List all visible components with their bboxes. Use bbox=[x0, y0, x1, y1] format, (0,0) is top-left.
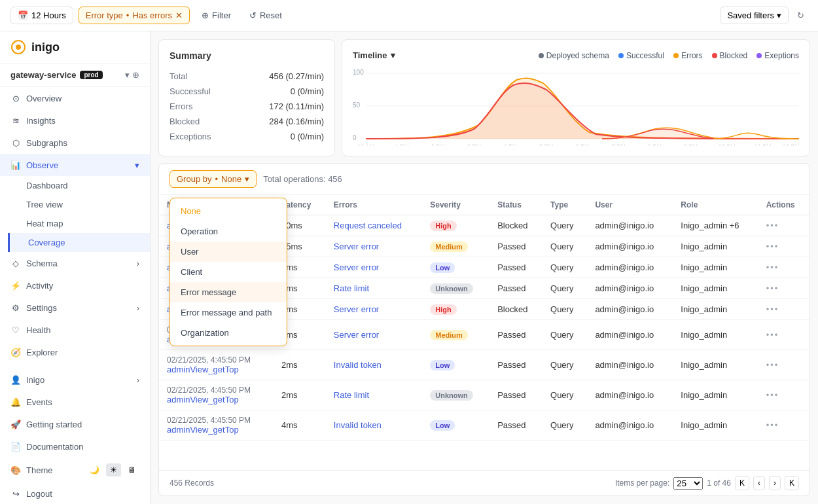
actions-button[interactable]: ••• bbox=[766, 390, 779, 400]
timestamp: 02/21/2025, 4:45:50 PM bbox=[167, 355, 266, 365]
cell-severity: Low bbox=[422, 257, 489, 278]
close-icon[interactable]: ✕ bbox=[175, 10, 183, 20]
error-link[interactable]: Server error bbox=[334, 262, 379, 272]
cell-status: Blocked bbox=[489, 215, 542, 236]
operation-link[interactable]: adminView_getTop bbox=[167, 425, 239, 435]
last-page-button[interactable]: K bbox=[785, 476, 799, 490]
error-link[interactable]: Invalid token bbox=[334, 360, 382, 370]
cell-status: Passed bbox=[489, 410, 542, 441]
next-page-button[interactable]: › bbox=[769, 476, 781, 490]
sidebar-item-getting-started[interactable]: 🚀 Getting started bbox=[0, 413, 150, 435]
actions-button[interactable]: ••• bbox=[766, 221, 779, 230]
actions-button[interactable]: ••• bbox=[766, 242, 779, 251]
svg-text:2 PM: 2 PM bbox=[431, 143, 445, 145]
service-name: gateway-service prod bbox=[10, 70, 103, 80]
sidebar-item-settings[interactable]: ⚙ Settings › bbox=[0, 297, 150, 319]
error-link[interactable]: Server error bbox=[334, 304, 379, 314]
error-link[interactable]: Request canceled bbox=[334, 221, 402, 230]
observe-icon: 📊 bbox=[10, 160, 21, 170]
svg-text:8 PM: 8 PM bbox=[648, 143, 662, 145]
cell-user: admin@inigo.io bbox=[587, 320, 673, 350]
observe-left: 📊 Observe bbox=[10, 160, 58, 170]
prev-page-button[interactable]: ‹ bbox=[753, 476, 765, 490]
saved-filters-button[interactable]: Saved filters ▾ bbox=[720, 7, 789, 24]
dropdown-item-user[interactable]: User bbox=[170, 242, 287, 262]
actions-button[interactable]: ••• bbox=[766, 330, 779, 340]
settings-left: ⚙ Settings bbox=[10, 302, 57, 313]
sidebar-item-theme[interactable]: 🎨 Theme 🌙 ☀ 🖥 bbox=[0, 458, 150, 482]
sidebar-item-activity[interactable]: ⚡ Activity bbox=[0, 274, 150, 297]
per-page-select[interactable]: 25 50 100 bbox=[673, 477, 703, 490]
actions-button[interactable]: ••• bbox=[766, 262, 779, 272]
dropdown-item-organization[interactable]: Organization bbox=[170, 323, 287, 343]
dropdown-item-error-message-path[interactable]: Error message and path bbox=[170, 302, 287, 323]
col-role: Role bbox=[673, 195, 758, 215]
timeline-title[interactable]: Timeline ▾ bbox=[353, 50, 395, 60]
operation-link[interactable]: adminView_getTop bbox=[167, 365, 239, 374]
error-link[interactable]: Invalid token bbox=[334, 420, 382, 430]
sidebar-item-insights[interactable]: ≋ Insights bbox=[0, 109, 150, 132]
sidebar-item-heat-map[interactable]: Heat map bbox=[8, 214, 150, 233]
sidebar-item-dashboard[interactable]: Dashboard bbox=[8, 176, 150, 195]
cell-error: Server error bbox=[326, 299, 422, 320]
sidebar-item-logout[interactable]: ↪ Logout bbox=[0, 482, 150, 504]
group-by-value: None bbox=[221, 174, 241, 184]
actions-button[interactable]: ••• bbox=[766, 420, 779, 430]
error-link[interactable]: Rate limit bbox=[334, 283, 369, 293]
sidebar-item-inigo[interactable]: 👤 Inigo › bbox=[0, 369, 150, 391]
first-page-button[interactable]: K bbox=[735, 476, 749, 490]
system-mode-btn[interactable]: 🖥 bbox=[124, 463, 139, 477]
cell-status: Blocked bbox=[489, 299, 542, 320]
filter-button[interactable]: ⊕ Filter bbox=[195, 7, 238, 24]
page-info: 1 of 46 bbox=[707, 478, 731, 488]
time-button[interactable]: 📅 12 Hours bbox=[10, 7, 73, 24]
error-link[interactable]: Server error bbox=[334, 242, 379, 251]
actions-button[interactable]: ••• bbox=[766, 304, 779, 314]
sidebar-item-schema[interactable]: ◇ Schema › bbox=[0, 252, 150, 274]
cell-type: Query bbox=[542, 350, 587, 380]
sidebar-service: gateway-service prod ▾ ⊕ bbox=[0, 63, 150, 87]
cell-role: Inigo_admin bbox=[673, 380, 758, 410]
group-by-dropdown: None Operation User Client Error message… bbox=[169, 198, 287, 346]
error-link[interactable]: Rate limit bbox=[334, 390, 369, 400]
actions-button[interactable]: ••• bbox=[766, 283, 779, 293]
sidebar-item-explorer[interactable]: 🧭 Explorer bbox=[0, 341, 150, 363]
dropdown-item-error-message[interactable]: Error message bbox=[170, 282, 287, 302]
reset-label: Reset bbox=[260, 10, 282, 20]
actions-button[interactable]: ••• bbox=[766, 360, 779, 370]
cell-severity: High bbox=[422, 299, 489, 320]
reset-button[interactable]: ↺ Reset bbox=[243, 7, 289, 24]
operation-link[interactable]: adminView_getTop bbox=[167, 395, 239, 405]
light-mode-btn[interactable]: ☀ bbox=[106, 463, 121, 477]
sidebar-item-subgraphs[interactable]: ⬡ Subgraphs bbox=[0, 132, 150, 154]
observe-subnav: Dashboard Tree view Heat map Coverage bbox=[0, 176, 150, 252]
sidebar-item-documentation[interactable]: 📄 Documentation bbox=[0, 435, 150, 458]
sidebar-item-events[interactable]: 🔔 Events bbox=[0, 391, 150, 413]
severity-badge: Unknown bbox=[430, 283, 473, 294]
sidebar-item-health[interactable]: ♡ Health bbox=[0, 319, 150, 341]
severity-badge: High bbox=[430, 304, 456, 315]
chevron-down-icon: ▾ bbox=[391, 50, 395, 60]
dark-mode-btn[interactable]: 🌙 bbox=[86, 463, 103, 477]
chevron-down-icon[interactable]: ▾ bbox=[125, 70, 130, 80]
dropdown-item-client[interactable]: Client bbox=[170, 262, 287, 282]
add-service-icon[interactable]: ⊕ bbox=[132, 70, 139, 80]
inigo-user-icon: 👤 bbox=[10, 374, 21, 385]
sidebar-item-overview[interactable]: ⊙ Overview bbox=[0, 87, 150, 109]
cell-severity: Low bbox=[422, 410, 489, 441]
refresh-button[interactable]: ↻ bbox=[794, 7, 808, 24]
sidebar-item-tree-view[interactable]: Tree view bbox=[8, 195, 150, 214]
sidebar-item-label: Tree view bbox=[26, 200, 63, 209]
sidebar-item-observe[interactable]: 📊 Observe ▾ bbox=[0, 154, 150, 176]
theme-icon: 🎨 bbox=[10, 465, 21, 475]
filter-chip[interactable]: Error type • Has errors ✕ bbox=[79, 7, 190, 24]
getting-started-icon: 🚀 bbox=[10, 419, 21, 429]
group-by-button[interactable]: Group by • None ▾ bbox=[169, 170, 257, 188]
service-name-label: gateway-service bbox=[10, 70, 76, 80]
dropdown-item-operation[interactable]: Operation bbox=[170, 221, 287, 242]
dropdown-item-none[interactable]: None bbox=[170, 201, 287, 221]
error-link[interactable]: Server error bbox=[334, 330, 379, 340]
cell-error: Server error bbox=[326, 236, 422, 257]
sidebar-item-coverage[interactable]: Coverage bbox=[8, 233, 150, 252]
svg-text:11 PM: 11 PM bbox=[755, 143, 772, 145]
